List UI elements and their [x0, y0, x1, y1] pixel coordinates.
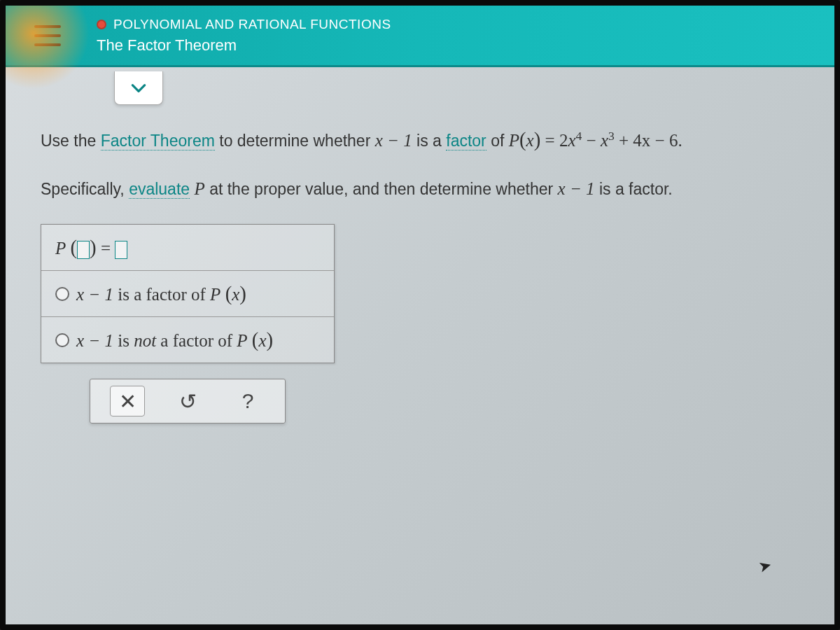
link-factor-theorem[interactable]: Factor Theorem — [101, 132, 215, 150]
poly-x: x — [526, 131, 534, 150]
help-button[interactable]: ? — [230, 386, 265, 416]
clear-button[interactable]: ✕ — [110, 386, 145, 416]
answer-box: P () = x − 1 is a factor of P (x) x − 1 … — [41, 224, 335, 363]
text: x − 1 — [76, 331, 113, 350]
equals: = — [101, 239, 115, 258]
lesson-title: The Factor Theorem — [97, 36, 391, 55]
menu-icon[interactable] — [27, 15, 69, 57]
math-linear-2: x − 1 — [558, 179, 595, 198]
cursor-icon: ➤ — [757, 556, 774, 577]
text: P — [210, 285, 220, 304]
radio-icon[interactable] — [55, 287, 69, 301]
text: + 4x − 6. — [619, 131, 682, 150]
radio-icon[interactable] — [55, 333, 69, 347]
input-result[interactable] — [115, 241, 127, 259]
math-linear: x − 1 — [375, 131, 412, 150]
text: a factor of — [156, 331, 237, 350]
text: is a — [416, 132, 446, 150]
poly-P: P — [509, 131, 519, 150]
option-text: x − 1 is a factor of P (x) — [76, 282, 246, 305]
category-label: POLYNOMIAL AND RATIONAL FUNCTIONS — [113, 17, 391, 32]
text: Specifically, — [41, 180, 129, 198]
header-titles: POLYNOMIAL AND RATIONAL FUNCTIONS The Fa… — [97, 17, 391, 55]
expand-tab[interactable] — [114, 71, 163, 105]
math-polynomial: P(x) = 2x4 − x3 + 4x − 6. — [509, 131, 682, 150]
chevron-down-icon — [130, 79, 148, 97]
link-factor[interactable]: factor — [446, 132, 486, 150]
x-icon: ✕ — [119, 389, 136, 414]
reset-icon: ↺ — [179, 389, 197, 414]
action-bar: ✕ ↺ ? — [90, 379, 286, 424]
option-text: x − 1 is not a factor of P (x) — [76, 328, 273, 351]
text-not: not — [134, 331, 156, 350]
breadcrumb: POLYNOMIAL AND RATIONAL FUNCTIONS — [97, 17, 391, 32]
text: Use the — [41, 132, 101, 150]
option-not-factor[interactable]: x − 1 is not a factor of P (x) — [41, 316, 334, 363]
label-P: P — [55, 239, 66, 258]
status-dot-icon — [97, 20, 106, 29]
text: is a factor of — [113, 285, 210, 304]
text: x — [258, 331, 266, 350]
question-line-1: Use the Factor Theorem to determine whet… — [41, 123, 799, 155]
text: of — [491, 132, 509, 150]
text: to determine whether — [219, 132, 374, 150]
help-icon: ? — [242, 389, 254, 413]
text: = 2 — [540, 131, 568, 150]
text: x — [232, 285, 239, 304]
header-bar: POLYNOMIAL AND RATIONAL FUNCTIONS The Fa… — [6, 6, 834, 67]
option-is-factor[interactable]: x − 1 is a factor of P (x) — [41, 270, 334, 316]
text: x − 1 — [76, 285, 113, 304]
question-line-2: Specifically, evaluate P at the proper v… — [41, 175, 799, 203]
input-argument[interactable] — [77, 241, 90, 259]
func-eval: P () = — [55, 236, 127, 259]
math-P: P — [194, 179, 204, 198]
question-content: Use the Factor Theorem to determine whet… — [6, 67, 834, 444]
answer-input-row: P () = — [41, 225, 334, 270]
text: is — [113, 331, 134, 350]
text: is a factor. — [599, 180, 673, 198]
text: at the proper value, and then determine … — [209, 180, 557, 198]
reset-button[interactable]: ↺ — [170, 386, 205, 416]
link-evaluate[interactable]: evaluate — [129, 180, 190, 199]
text: P — [237, 331, 247, 350]
